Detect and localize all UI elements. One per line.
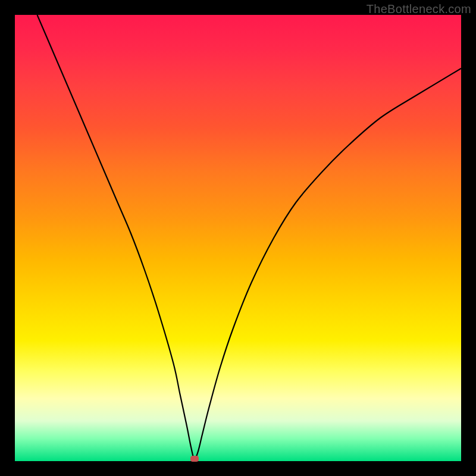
watermark-text: TheBottleneck.com — [367, 2, 471, 16]
plot-area — [15, 15, 461, 461]
bottleneck-curve — [37, 15, 462, 459]
optimal-marker — [190, 456, 199, 462]
curve-svg — [15, 15, 461, 461]
chart-container: TheBottleneck.com — [0, 0, 476, 476]
